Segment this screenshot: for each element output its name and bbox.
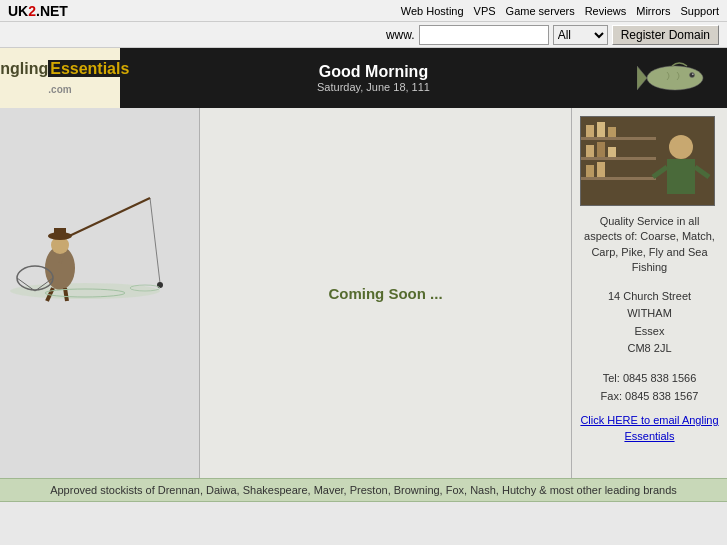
svg-rect-29 — [586, 145, 594, 157]
date-text: Saturday, June 18, 111 — [120, 81, 627, 93]
contact-block: Tel: 0845 838 1566 Fax: 0845 838 1567 — [580, 370, 719, 405]
svg-point-3 — [692, 73, 694, 75]
svg-rect-30 — [597, 142, 605, 157]
site-header: AnglingEssentials .com Good Morning Satu… — [0, 48, 727, 108]
site-logo-text: AnglingEssentials .com — [0, 59, 131, 97]
top-nav-links: Web Hosting VPS Game servers Reviews Mir… — [401, 5, 719, 17]
fax-text: Fax: 0845 838 1567 — [580, 388, 719, 406]
address-line4: CM8 2JL — [580, 340, 719, 358]
address-line1: 14 Church Street — [580, 288, 719, 306]
fisherman-svg — [5, 173, 165, 303]
domain-select[interactable]: All .co.uk .com .net .org — [553, 25, 608, 45]
footer-bar: Approved stockists of Drennan, Daiwa, Sh… — [0, 478, 727, 502]
nav-mirrors[interactable]: Mirrors — [636, 5, 670, 17]
email-link[interactable]: Click HERE to email Angling Essentials — [580, 414, 718, 441]
logo-dotcom: .com — [48, 84, 71, 95]
nav-reviews[interactable]: Reviews — [585, 5, 627, 17]
svg-rect-24 — [581, 157, 656, 160]
svg-rect-23 — [581, 137, 656, 140]
address-line3: Essex — [580, 323, 719, 341]
top-navigation-bar: UK2.NET Web Hosting VPS Game servers Rev… — [0, 0, 727, 22]
svg-rect-27 — [597, 122, 605, 137]
svg-marker-1 — [637, 66, 647, 90]
nav-game-servers[interactable]: Game servers — [506, 5, 575, 17]
logo-uk: UK — [8, 3, 28, 19]
svg-rect-26 — [586, 125, 594, 137]
fisherman-image — [5, 173, 165, 303]
greeting-text: Good Morning — [120, 63, 627, 81]
nav-web-hosting[interactable]: Web Hosting — [401, 5, 464, 17]
address-line2: WITHAM — [580, 305, 719, 323]
svg-rect-35 — [667, 159, 695, 194]
logo-essentials: Essentials — [48, 60, 131, 77]
left-column — [0, 108, 200, 478]
main-layout: Coming Soon ... — [0, 108, 727, 478]
tel-text: Tel: 0845 838 1566 — [580, 370, 719, 388]
domain-search-bar: www. All .co.uk .com .net .org Register … — [0, 22, 727, 48]
domain-input[interactable] — [419, 25, 549, 45]
logo-angling: Angling — [0, 60, 48, 77]
center-column: Coming Soon ... — [200, 108, 572, 478]
right-column: Quality Service in all aspects of: Coars… — [572, 108, 727, 478]
shop-photo — [580, 116, 715, 206]
register-domain-button[interactable]: Register Domain — [612, 25, 719, 45]
svg-point-34 — [669, 135, 693, 159]
nav-vps[interactable]: VPS — [474, 5, 496, 17]
svg-rect-15 — [54, 228, 66, 237]
footer-text: Approved stockists of Drennan, Daiwa, Sh… — [50, 484, 677, 496]
svg-rect-31 — [608, 147, 616, 157]
address-block: 14 Church Street WITHAM Essex CM8 2JL — [580, 288, 719, 358]
svg-rect-25 — [581, 177, 656, 180]
uk2net-logo: UK2.NET — [8, 3, 68, 19]
nav-support[interactable]: Support — [680, 5, 719, 17]
svg-point-2 — [690, 73, 695, 78]
fish-icon — [637, 58, 717, 98]
svg-rect-28 — [608, 127, 616, 137]
shop-photo-image — [581, 117, 715, 206]
site-header-center: Good Morning Saturday, June 18, 111 — [120, 63, 627, 93]
site-logo: AnglingEssentials .com — [0, 48, 120, 108]
svg-rect-32 — [586, 165, 594, 177]
quality-text: Quality Service in all aspects of: Coars… — [580, 214, 719, 276]
coming-soon-text: Coming Soon ... — [328, 285, 442, 302]
logo-2: 2 — [28, 3, 36, 19]
svg-rect-33 — [597, 162, 605, 177]
logo-net: .NET — [36, 3, 68, 19]
email-link-block: Click HERE to email Angling Essentials — [580, 413, 719, 444]
fish-decoration — [627, 48, 727, 108]
svg-point-0 — [647, 66, 703, 90]
www-label: www. — [386, 28, 415, 42]
